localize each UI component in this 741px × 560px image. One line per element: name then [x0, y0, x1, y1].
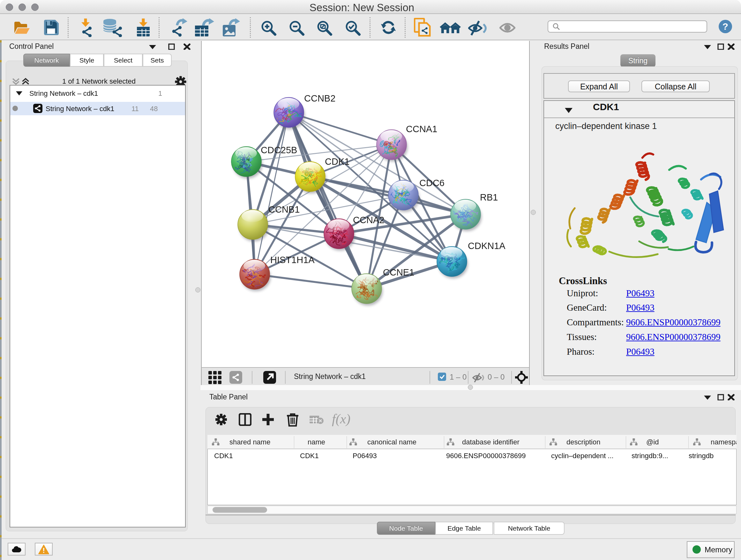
svg-text:CCNB1: CCNB1	[268, 204, 300, 214]
svg-text:RB1: RB1	[480, 192, 498, 202]
svg-text:HIST1H1A: HIST1H1A	[270, 255, 315, 265]
svg-text:CDK1: CDK1	[325, 157, 349, 167]
svg-text:CDC25B: CDC25B	[261, 145, 297, 155]
svg-text:CCNB2: CCNB2	[304, 93, 335, 104]
svg-text:CDC6: CDC6	[419, 178, 445, 188]
svg-text:CCNE1: CCNE1	[383, 267, 414, 277]
svg-text:CCNA1: CCNA1	[406, 124, 437, 134]
svg-text:CDKN1A: CDKN1A	[468, 241, 506, 251]
svg-text:CCNA2: CCNA2	[353, 215, 384, 225]
